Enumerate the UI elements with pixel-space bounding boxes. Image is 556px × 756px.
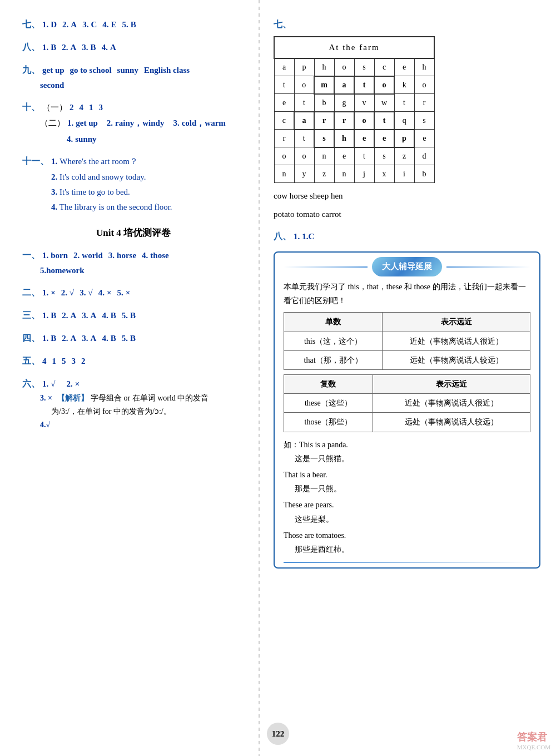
farm-cell: b — [414, 165, 434, 183]
section-9-label: 九、 — [22, 62, 40, 78]
farm-cell: s — [354, 58, 374, 76]
farm-cell: m — [314, 76, 334, 94]
farm-cell: t — [354, 147, 374, 165]
farm-cell: a — [334, 76, 354, 94]
farm-cell: t — [274, 76, 294, 94]
farm-cell: h — [314, 58, 334, 76]
example-3-zh: 这些是梨。 — [284, 512, 530, 526]
farm-cell: p — [394, 130, 414, 147]
farm-cell: z — [314, 165, 334, 183]
example-1-en: 如：This is a panda. — [284, 438, 530, 452]
farm-cell: e — [414, 130, 434, 147]
section-10-label: 十、 — [22, 100, 40, 116]
example-2-en: That is a bear. — [284, 468, 530, 482]
farm-cell: v — [354, 94, 374, 112]
farm-cell: j — [354, 165, 374, 183]
section-11: 十一、 1. Where's the art room？ 2. It's col… — [22, 154, 245, 215]
example-2-zh: 那是一只熊。 — [284, 482, 530, 496]
farm-cell: o — [334, 58, 354, 76]
farm-cell: b — [314, 94, 334, 112]
farm-cell: s — [374, 147, 394, 165]
farm-cell: r — [414, 94, 434, 112]
farm-cell: t — [354, 76, 374, 94]
farm-cell: w — [374, 94, 394, 112]
farm-cell: y — [294, 165, 314, 183]
farm-cell: o — [354, 112, 374, 130]
page-number: 122 — [267, 723, 289, 745]
farm-cell: r — [334, 112, 354, 130]
farm-cell: a — [274, 58, 294, 76]
farm-cell: s — [314, 130, 334, 147]
farm-words-row1: cow horse sheep hen — [274, 189, 540, 204]
section-8: 八、 1.B 2.A 3.B 4.A — [22, 39, 245, 56]
farm-cell: o — [414, 76, 434, 94]
farm-cell: h — [334, 130, 354, 147]
farm-cell: r — [274, 130, 294, 147]
farm-cell: o — [294, 76, 314, 94]
farm-cell: n — [334, 165, 354, 183]
example-4-zh: 那些是西红柿。 — [284, 542, 530, 556]
u-section-2: 二、 1.× 2.√ 3.√ 4.× 5.× — [22, 285, 245, 301]
u-section-6: 六、 1.√ 2.× 3. × 【解析】 字母组合 or 在单词 world 中… — [22, 376, 245, 432]
section-11-label: 十一、 — [22, 154, 49, 170]
farm-cell: h — [414, 58, 434, 76]
page-divider — [259, 0, 260, 756]
farm-table: At the farm aphoscehtomatokoetbgvwtrcarr… — [274, 36, 435, 184]
right-section-7-label: 七、 — [274, 19, 291, 29]
farm-cell: q — [394, 112, 414, 130]
page: 七、 1.D 2.A 3.C 4.E 5.B 八、 1.B 2.A 3.B 4.… — [0, 0, 556, 756]
unit-title: Unit 4 培优测评卷 — [22, 225, 245, 242]
farm-cell: o — [374, 76, 394, 94]
farm-cell: t — [394, 94, 414, 112]
section-7-num1: 1. — [42, 17, 48, 32]
farm-cell: c — [274, 112, 294, 130]
example-4-en: Those are tomatoes. — [284, 528, 530, 542]
farm-cell: e — [274, 94, 294, 112]
section-7-label: 七、 — [22, 17, 40, 33]
farm-cell: r — [314, 112, 334, 130]
farm-cell: e — [354, 130, 374, 147]
guide-box: 大人辅导延展 本单元我们学习了 this，that，these 和 those … — [274, 251, 540, 569]
farm-cell: p — [294, 58, 314, 76]
table-row: that（那，那个） 远处（事物离说话人较远） — [284, 350, 530, 369]
farm-cell: d — [414, 147, 434, 165]
farm-cell: x — [374, 165, 394, 183]
farm-cell: o — [294, 147, 314, 165]
farm-cell: n — [314, 147, 334, 165]
farm-cell: i — [394, 165, 414, 183]
right-section-8: 八、 1. 1.C — [274, 229, 540, 245]
right-section-7: 七、 At the farm aphoscehtomatokoetbgvwtrc… — [274, 17, 540, 222]
farm-table-title: At the farm — [274, 37, 434, 58]
examples: 如：This is a panda. 这是一只熊猫。 That is a bea… — [284, 438, 530, 557]
farm-cell: z — [394, 147, 414, 165]
u-section-1: 一、 1.born 2.world 3.horse 4.those 5.home… — [22, 248, 245, 279]
farm-cell: e — [334, 147, 354, 165]
example-3-en: These are pears. — [284, 498, 530, 512]
section-8-label: 八、 — [22, 39, 40, 56]
u-section-3: 三、 1.B 2.A 3.A 4.B 5.B — [22, 308, 245, 324]
farm-cell: e — [394, 58, 414, 76]
section-9: 九、 get up go to school sunny English cla… — [22, 62, 245, 93]
u-section-4: 四、 1.B 2.A 3.A 4.B 5.B — [22, 330, 245, 347]
farm-cell: s — [414, 112, 434, 130]
right-column: 七、 At the farm aphoscehtomatokoetbgvwtrc… — [262, 0, 552, 756]
table-row: this（这，这个） 近处（事物离说话人很近） — [284, 332, 530, 350]
table-row: those（那些） 远处（事物离说话人较远） — [284, 413, 530, 432]
farm-cell: t — [294, 94, 314, 112]
farm-cell: c — [374, 58, 394, 76]
guide-title: 大人辅导延展 — [372, 257, 442, 276]
farm-cell: a — [294, 112, 314, 130]
farm-cell: t — [374, 112, 394, 130]
farm-cell: k — [394, 76, 414, 94]
farm-cell: o — [274, 147, 294, 165]
farm-cell: n — [274, 165, 294, 183]
farm-cell: t — [294, 130, 314, 147]
example-1-zh: 这是一只熊猫。 — [284, 452, 530, 466]
farm-cell: e — [374, 130, 394, 147]
farm-cell: g — [334, 94, 354, 112]
table-row: these（这些） 近处（事物离说话人很近） — [284, 394, 530, 413]
guide-table-singular: 单数 表示远近 this（这，这个） 近处（事物离说话人很近） that（那，那… — [284, 312, 530, 370]
u-section-5: 五、 4 1 5 3 2 — [22, 353, 245, 369]
guide-intro: 本单元我们学习了 this，that，these 和 those 的用法，让我们… — [284, 280, 530, 308]
section-7: 七、 1.D 2.A 3.C 4.E 5.B — [22, 17, 245, 33]
